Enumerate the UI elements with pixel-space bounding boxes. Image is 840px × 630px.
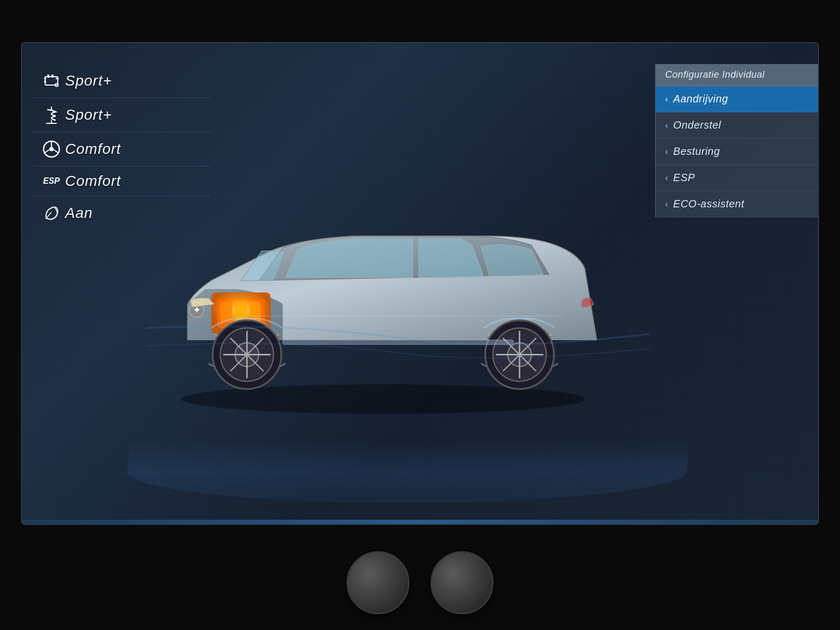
right-panel: Configuratie Individual ‹ Aandrijving ‹ …: [655, 64, 818, 217]
drive-item-engine-sport[interactable]: Sport+: [33, 64, 211, 98]
svg-line-45: [54, 150, 58, 153]
esp-comfort-label: Comfort: [65, 173, 121, 190]
chevron-onderstel: ‹: [665, 121, 668, 130]
chevron-esp: ‹: [665, 173, 668, 183]
svg-rect-32: [47, 75, 49, 78]
engine-icon: [38, 70, 65, 91]
bottom-controls: [346, 551, 494, 614]
svg-rect-36: [44, 81, 46, 82]
eco-icon: [38, 203, 65, 224]
engine-sport-label: Sport+: [65, 72, 112, 89]
left-panel: Sport+ Sport+: [33, 64, 211, 230]
svg-rect-34: [56, 78, 59, 79]
bottom-bar: [22, 520, 818, 524]
steering-icon: [38, 139, 65, 160]
chevron-besturing: ‹: [665, 147, 668, 156]
svg-rect-35: [44, 78, 46, 79]
chevron-eco: ‹: [665, 200, 668, 209]
onderstel-label: Onderstel: [673, 119, 721, 131]
config-item-aandrijving[interactable]: ‹ Aandrijving: [656, 86, 818, 112]
suspension-icon: [38, 104, 65, 125]
config-item-esp[interactable]: ‹ ESP: [656, 165, 818, 191]
chevron-aandrijving: ‹: [665, 94, 668, 104]
drive-item-eco-aan[interactable]: Aan: [33, 196, 211, 230]
steering-comfort-label: Comfort: [65, 141, 121, 158]
drive-item-suspension-sport[interactable]: Sport+: [33, 98, 211, 132]
eco-assistent-label: ECO-assistent: [673, 198, 744, 210]
drive-item-esp-comfort[interactable]: ESP Comfort: [33, 166, 211, 196]
eco-aan-label: Aan: [65, 205, 93, 222]
right-panel-title: Configuratie Individual: [656, 64, 818, 86]
right-knob[interactable]: [430, 551, 494, 614]
svg-rect-33: [51, 75, 54, 78]
config-item-besturing[interactable]: ‹ Besturing: [656, 139, 818, 165]
screen-frame: ✦: [21, 42, 819, 525]
config-item-onderstel[interactable]: ‹ Onderstel: [656, 112, 818, 139]
esp-label: ESP: [673, 172, 695, 184]
drive-item-steering-comfort[interactable]: Comfort: [33, 132, 211, 166]
left-knob[interactable]: [346, 551, 410, 614]
esp-icon-label: ESP: [38, 176, 65, 186]
config-item-eco-assistent[interactable]: ‹ ECO-assistent: [656, 191, 818, 217]
aandrijving-label: Aandrijving: [673, 93, 728, 105]
besturing-label: Besturing: [673, 145, 720, 158]
svg-line-44: [45, 150, 49, 153]
svg-point-42: [49, 147, 54, 151]
suspension-sport-label: Sport+: [65, 107, 112, 123]
